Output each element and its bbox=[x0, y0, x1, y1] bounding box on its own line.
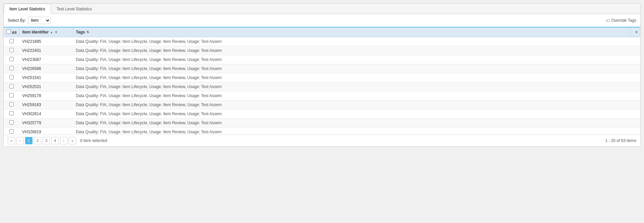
all-label: All bbox=[12, 30, 16, 34]
table-body: VH221895Data Quality: FIA, Usage: Item L… bbox=[4, 37, 640, 135]
select-by-dropdown[interactable]: Item Test bbox=[28, 17, 51, 24]
row-checkbox-0[interactable] bbox=[9, 39, 14, 43]
row-item-id: VH223087 bbox=[19, 55, 73, 64]
row-checkbox-cell bbox=[4, 64, 19, 73]
row-tags: Data Quality: FIA, Usage: Item Lifecycle… bbox=[73, 82, 630, 91]
th-item-identifier: Item Identifier ▲ ▼ bbox=[19, 27, 73, 37]
pagination-left: « ‹ 1 2 3 4 › » 0 item selected bbox=[8, 137, 107, 144]
page-4-button[interactable]: 4 bbox=[51, 137, 59, 144]
row-item-id: VH302814 bbox=[19, 109, 73, 119]
table-row: VH223087Data Quality: FIA, Usage: Item L… bbox=[4, 55, 640, 64]
row-empty-col bbox=[630, 119, 640, 128]
override-tags-button[interactable]: 🏷 Override Tags bbox=[606, 18, 636, 23]
row-item-id: VH251541 bbox=[19, 73, 73, 82]
select-by-group: Select By: Item Test bbox=[8, 17, 51, 24]
row-tags: Data Quality: FIA, Usage: Item Lifecycle… bbox=[73, 100, 630, 109]
toolbar-row: Select By: Item Test 🏷 Override Tags bbox=[4, 14, 640, 27]
tab-item-level-label: Item Level Statistics bbox=[9, 7, 45, 11]
items-table: All Item Identifier ▲ ▼ Tags bbox=[4, 27, 640, 135]
row-item-id: VH221895 bbox=[19, 37, 73, 46]
row-tags: Data Quality: FIA, Usage: Item Lifecycle… bbox=[73, 55, 630, 64]
row-checkbox-9[interactable] bbox=[9, 120, 14, 125]
row-checkbox-2[interactable] bbox=[9, 57, 14, 61]
outer-container: Item Level Statistics Test Level Statist… bbox=[0, 0, 644, 223]
table-container: All Item Identifier ▲ ▼ Tags bbox=[4, 27, 640, 135]
tags-sort[interactable]: Tags ⇅ bbox=[76, 30, 89, 34]
row-checkbox-cell bbox=[4, 37, 19, 46]
row-tags: Data Quality: FIA, Usage: Item Lifecycle… bbox=[73, 91, 630, 100]
item-id-sort[interactable]: Item Identifier ▲ ▼ bbox=[22, 30, 58, 34]
main-panel: Item Level Statistics Test Level Statist… bbox=[3, 3, 641, 147]
row-empty-col bbox=[630, 82, 640, 91]
row-checkbox-cell bbox=[4, 119, 19, 128]
row-empty-col bbox=[630, 64, 640, 73]
row-checkbox-1[interactable] bbox=[9, 48, 14, 52]
pagination-range: 1 - 20 of 63 items bbox=[605, 138, 636, 143]
sort-arrow-up: ▲ bbox=[50, 30, 53, 34]
row-checkbox-cell bbox=[4, 73, 19, 82]
table-header-row: All Item Identifier ▲ ▼ Tags bbox=[4, 27, 640, 37]
tag-icon: 🏷 bbox=[606, 18, 610, 23]
row-tags: Data Quality: FIA, Usage: Item Lifecycle… bbox=[73, 37, 630, 46]
row-checkbox-cell bbox=[4, 91, 19, 100]
page-first-button[interactable]: « bbox=[8, 137, 15, 144]
row-checkbox-cell bbox=[4, 109, 19, 119]
tabs-bar: Item Level Statistics Test Level Statist… bbox=[4, 4, 640, 14]
row-checkbox-7[interactable] bbox=[9, 102, 14, 106]
table-row: VH326819Data Quality: FIA, Usage: Item L… bbox=[4, 128, 640, 135]
pagination-bar: « ‹ 1 2 3 4 › » 0 item selected 1 - 20 o… bbox=[4, 135, 640, 146]
item-filter-icon[interactable]: ▼ bbox=[54, 30, 58, 34]
page-1-button[interactable]: 1 bbox=[25, 137, 33, 144]
row-tags: Data Quality: FIA, Usage: Item Lifecycle… bbox=[73, 119, 630, 128]
row-empty-col bbox=[630, 37, 640, 46]
row-item-id: VH259178 bbox=[19, 91, 73, 100]
tags-col-label: Tags bbox=[76, 30, 85, 34]
th-checkbox: All bbox=[4, 27, 19, 37]
row-checkbox-8[interactable] bbox=[9, 111, 14, 116]
row-tags: Data Quality: FIA, Usage: Item Lifecycle… bbox=[73, 109, 630, 119]
row-checkbox-3[interactable] bbox=[9, 66, 14, 70]
table-row: VH259178Data Quality: FIA, Usage: Item L… bbox=[4, 91, 640, 100]
row-tags: Data Quality: FIA, Usage: Item Lifecycle… bbox=[73, 64, 630, 73]
item-id-col-label: Item Identifier bbox=[22, 30, 49, 34]
row-empty-col bbox=[630, 73, 640, 82]
th-tags: Tags ⇅ bbox=[73, 27, 630, 37]
select-all-checkbox[interactable] bbox=[6, 29, 11, 34]
row-tags: Data Quality: FIA, Usage: Item Lifecycle… bbox=[73, 73, 630, 82]
table-row: VH325779Data Quality: FIA, Usage: Item L… bbox=[4, 119, 640, 128]
row-empty-col bbox=[630, 128, 640, 135]
table-row: VH259183Data Quality: FIA, Usage: Item L… bbox=[4, 100, 640, 109]
th-filter-col: ▼ bbox=[630, 27, 640, 37]
row-tags: Data Quality: FIA, Usage: Item Lifecycle… bbox=[73, 128, 630, 135]
row-item-id: VH259183 bbox=[19, 100, 73, 109]
tab-test-level[interactable]: Test Level Statistics bbox=[51, 4, 98, 14]
row-checkbox-cell bbox=[4, 100, 19, 109]
row-empty-col bbox=[630, 109, 640, 119]
row-checkbox-6[interactable] bbox=[9, 93, 14, 97]
table-row: VH252531Data Quality: FIA, Usage: Item L… bbox=[4, 82, 640, 91]
page-next-button[interactable]: › bbox=[60, 137, 67, 144]
tab-item-level[interactable]: Item Level Statistics bbox=[4, 4, 51, 14]
row-checkbox-5[interactable] bbox=[9, 84, 14, 88]
page-3-button[interactable]: 3 bbox=[43, 137, 50, 144]
row-checkbox-10[interactable] bbox=[9, 129, 14, 134]
page-last-button[interactable]: » bbox=[69, 137, 76, 144]
table-row: VH226586Data Quality: FIA, Usage: Item L… bbox=[4, 64, 640, 73]
row-checkbox-4[interactable] bbox=[9, 75, 14, 79]
tab-test-level-label: Test Level Statistics bbox=[57, 7, 92, 11]
tags-filter-icon[interactable]: ▼ bbox=[635, 30, 638, 34]
row-empty-col bbox=[630, 55, 640, 64]
row-item-id: VH226586 bbox=[19, 64, 73, 73]
row-empty-col bbox=[630, 100, 640, 109]
row-tags: Data Quality: FIA, Usage: Item Lifecycle… bbox=[73, 46, 630, 55]
items-selected-label: 0 item selected bbox=[80, 138, 107, 143]
row-item-id: VH222401 bbox=[19, 46, 73, 55]
page-prev-button[interactable]: ‹ bbox=[16, 137, 24, 144]
row-checkbox-cell bbox=[4, 82, 19, 91]
row-checkbox-cell bbox=[4, 55, 19, 64]
page-2-button[interactable]: 2 bbox=[34, 137, 41, 144]
table-row: VH222401Data Quality: FIA, Usage: Item L… bbox=[4, 46, 640, 55]
tags-sort-arrow: ⇅ bbox=[86, 30, 89, 34]
row-checkbox-cell bbox=[4, 128, 19, 135]
override-tags-label: Override Tags bbox=[611, 18, 636, 23]
